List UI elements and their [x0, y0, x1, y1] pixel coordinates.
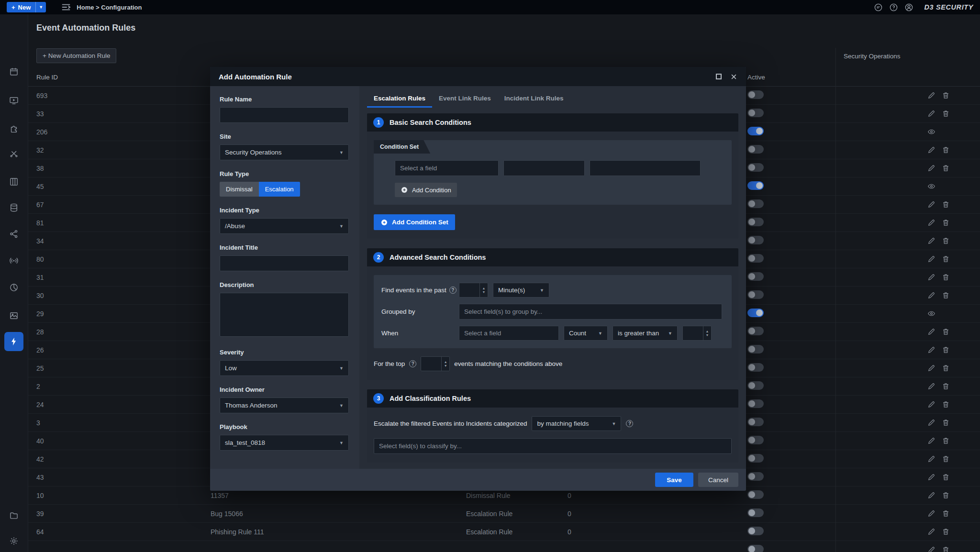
active-toggle[interactable]: [747, 363, 764, 372]
delete-trash-icon[interactable]: [942, 509, 950, 518]
share-network-icon[interactable]: [4, 224, 23, 243]
delete-trash-icon[interactable]: [942, 291, 950, 299]
delete-trash-icon[interactable]: [942, 419, 950, 427]
new-automation-rule-button[interactable]: + New Automation Rule: [36, 48, 116, 63]
monitor-play-icon[interactable]: [4, 91, 23, 110]
active-toggle[interactable]: [747, 181, 764, 190]
top-count-input[interactable]: [421, 357, 441, 371]
matching-mode-select[interactable]: by matching fields▼: [532, 416, 621, 431]
stepper-arrows[interactable]: ▲▼: [703, 326, 711, 340]
edit-pencil-icon[interactable]: [927, 437, 935, 445]
threshold-input[interactable]: [683, 326, 703, 340]
grouped-by-input[interactable]: [459, 304, 722, 320]
stepper-arrows[interactable]: ▲▼: [441, 357, 449, 371]
edit-pencil-icon[interactable]: [927, 455, 935, 463]
close-icon[interactable]: [730, 73, 737, 80]
edit-pencil-icon[interactable]: [927, 237, 935, 245]
condition-field-select[interactable]: Select a field: [395, 160, 499, 176]
active-toggle[interactable]: [747, 418, 764, 426]
active-toggle[interactable]: [747, 236, 764, 244]
view-eye-icon[interactable]: [927, 128, 935, 136]
active-toggle[interactable]: [747, 508, 764, 517]
condition-set-tab[interactable]: Condition Set: [374, 140, 430, 154]
delete-trash-icon[interactable]: [942, 164, 950, 172]
view-eye-icon[interactable]: [927, 309, 935, 318]
edit-pencil-icon[interactable]: [927, 110, 935, 118]
incident-title-input[interactable]: [220, 255, 349, 271]
delete-trash-icon[interactable]: [942, 273, 950, 281]
help-icon[interactable]: ?: [449, 287, 457, 294]
time-amount-input[interactable]: [459, 283, 479, 297]
tab-event-link-rules[interactable]: Event Link Rules: [432, 91, 498, 108]
settings-gear-icon[interactable]: [4, 531, 23, 551]
edit-pencil-icon[interactable]: [927, 473, 935, 481]
edit-pencil-icon[interactable]: [927, 491, 935, 499]
chat-icon[interactable]: [874, 3, 883, 12]
delete-trash-icon[interactable]: [942, 473, 950, 481]
delete-trash-icon[interactable]: [942, 364, 950, 372]
edit-pencil-icon[interactable]: [927, 91, 935, 99]
view-eye-icon[interactable]: [927, 182, 935, 190]
help-icon[interactable]: ?: [626, 420, 633, 427]
incident-type-select[interactable]: /Abuse▼: [220, 218, 349, 234]
edit-pencil-icon[interactable]: [927, 346, 935, 354]
rule-name-input[interactable]: [220, 107, 349, 123]
active-toggle[interactable]: [747, 272, 764, 281]
edit-pencil-icon[interactable]: [927, 546, 935, 552]
active-toggle[interactable]: [747, 327, 764, 335]
delete-trash-icon[interactable]: [942, 237, 950, 245]
rule-type-escalation-button[interactable]: Escalation: [259, 182, 300, 197]
delete-trash-icon[interactable]: [942, 255, 950, 263]
active-toggle[interactable]: [747, 345, 764, 353]
edit-pencil-icon[interactable]: [927, 164, 935, 172]
active-toggle[interactable]: [747, 109, 764, 117]
delete-trash-icon[interactable]: [942, 528, 950, 536]
new-dropdown-caret[interactable]: ▼: [35, 2, 46, 12]
active-toggle[interactable]: [747, 472, 764, 481]
delete-trash-icon[interactable]: [942, 91, 950, 99]
delete-trash-icon[interactable]: [942, 219, 950, 227]
active-toggle[interactable]: [747, 309, 764, 317]
board-icon[interactable]: [4, 172, 23, 191]
edit-pencil-icon[interactable]: [927, 291, 935, 299]
user-icon[interactable]: [904, 3, 913, 12]
broadcast-icon[interactable]: [4, 251, 23, 270]
active-toggle[interactable]: [747, 90, 764, 99]
site-select[interactable]: Security Operations▼: [220, 144, 349, 160]
tab-escalation-rules[interactable]: Escalation Rules: [367, 91, 432, 108]
edit-pencil-icon[interactable]: [927, 328, 935, 336]
operator-select[interactable]: is greater than▼: [612, 326, 678, 341]
maximize-icon[interactable]: [716, 74, 722, 79]
condition-value-select[interactable]: [590, 160, 701, 176]
active-toggle[interactable]: [747, 127, 764, 135]
active-toggle[interactable]: [747, 454, 764, 463]
new-split-button[interactable]: +New ▼: [7, 2, 46, 12]
delete-trash-icon[interactable]: [942, 146, 950, 154]
active-toggle[interactable]: [747, 290, 764, 299]
active-toggle[interactable]: [747, 490, 764, 499]
automation-lightning-icon[interactable]: [4, 332, 23, 351]
active-toggle[interactable]: [747, 381, 764, 390]
delete-trash-icon[interactable]: [942, 328, 950, 336]
active-toggle[interactable]: [747, 545, 764, 552]
delete-trash-icon[interactable]: [942, 455, 950, 463]
calendar-icon[interactable]: [4, 62, 23, 81]
description-textarea[interactable]: [220, 293, 349, 337]
condition-operator-select[interactable]: [503, 160, 585, 176]
classify-fields-input[interactable]: [374, 438, 732, 454]
active-toggle[interactable]: [747, 436, 764, 444]
delete-trash-icon[interactable]: [942, 400, 950, 408]
playbook-select[interactable]: sla_test_0818▼: [220, 435, 349, 451]
edit-pencil-icon[interactable]: [927, 382, 935, 390]
active-toggle[interactable]: [747, 163, 764, 172]
when-field-select[interactable]: Select a field: [459, 326, 559, 341]
active-toggle[interactable]: [747, 218, 764, 226]
media-folder-icon[interactable]: [4, 506, 23, 525]
edit-pencil-icon[interactable]: [927, 273, 935, 281]
gallery-icon[interactable]: [4, 306, 23, 325]
menu-toggle-icon[interactable]: [61, 3, 71, 11]
site-filter[interactable]: Security Operations: [844, 53, 901, 60]
aggregation-select[interactable]: Count▼: [564, 326, 608, 341]
save-button[interactable]: Save: [655, 473, 693, 487]
delete-trash-icon[interactable]: [942, 346, 950, 354]
